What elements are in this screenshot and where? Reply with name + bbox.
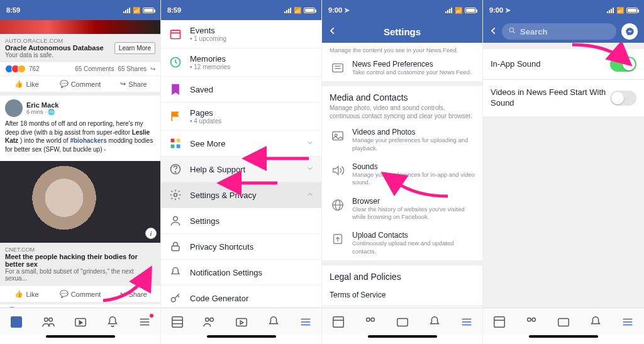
comment-button-2[interactable]: 💬Comment bbox=[53, 286, 107, 302]
back-button[interactable] bbox=[489, 26, 502, 37]
post-image[interactable]: i bbox=[0, 161, 160, 243]
svg-rect-31 bbox=[236, 318, 247, 326]
menu-item-saved[interactable]: Saved bbox=[161, 76, 321, 102]
back-button[interactable] bbox=[328, 26, 341, 37]
settings-item-browser[interactable]: BrowserClear the history of websites you… bbox=[322, 192, 482, 226]
tab-notifications[interactable] bbox=[427, 314, 442, 330]
menu-item-pages[interactable]: Pages• 4 updates bbox=[161, 102, 321, 130]
tab-notifications[interactable] bbox=[266, 314, 281, 330]
next-post-header: Corey Herscu bbox=[0, 304, 160, 308]
menu-item-see-more[interactable]: See More bbox=[161, 130, 321, 156]
action-row: 👍Like 💬Comment ↪Share bbox=[0, 75, 160, 96]
share-arrow-icon: ↪ bbox=[150, 65, 155, 72]
tab-menu[interactable] bbox=[459, 314, 474, 330]
feed-content: AUTO.ORACLE.COM Oracle Autonomous Databa… bbox=[0, 20, 160, 308]
toggle-switch[interactable] bbox=[610, 91, 636, 106]
status-bar: 9:00 ➤ 📶 bbox=[322, 0, 482, 20]
settings-content: Manage the content you see in your News … bbox=[322, 43, 482, 308]
settings-item-sounds[interactable]: SoundsManage your preferences for in-app… bbox=[322, 157, 482, 192]
post-author[interactable]: Eric Mack bbox=[26, 101, 58, 109]
page-title: Settings bbox=[341, 26, 464, 37]
menu-item-events[interactable]: Events• 1 upcoming bbox=[161, 20, 321, 48]
toggle-video-sound[interactable]: Videos in News Feed Start With Sound bbox=[483, 80, 644, 116]
like-button[interactable]: 👍Like bbox=[0, 76, 53, 92]
svg-point-47 bbox=[370, 318, 374, 321]
svg-rect-44 bbox=[333, 316, 343, 327]
notification-dot-icon bbox=[150, 314, 153, 318]
tab-menu[interactable] bbox=[298, 314, 313, 330]
avatar[interactable] bbox=[5, 307, 19, 308]
tab-feed[interactable] bbox=[492, 314, 507, 330]
bell-icon bbox=[169, 265, 182, 279]
svg-rect-26 bbox=[172, 316, 182, 327]
toggle-switch[interactable] bbox=[610, 57, 636, 72]
settings-item-data-policy[interactable]: Data Policy bbox=[322, 306, 482, 308]
ad-card[interactable]: AUTO.ORACLE.COM Oracle Autonomous Databa… bbox=[0, 34, 160, 62]
avatar[interactable] bbox=[5, 99, 23, 117]
tab-feed[interactable] bbox=[9, 314, 24, 330]
tab-friends[interactable] bbox=[41, 314, 56, 330]
info-icon[interactable]: i bbox=[145, 228, 157, 239]
tab-watch[interactable] bbox=[556, 314, 571, 330]
calendar-icon bbox=[169, 27, 182, 41]
svg-rect-13 bbox=[177, 139, 180, 143]
bookmark-icon bbox=[169, 82, 182, 96]
reaction-count: 762 bbox=[29, 65, 40, 72]
shares-count[interactable]: 65 Shares bbox=[118, 65, 147, 72]
tab-friends[interactable] bbox=[202, 314, 217, 330]
menu-item-code-generator[interactable]: Code Generator bbox=[161, 285, 321, 308]
tab-watch[interactable] bbox=[234, 314, 249, 330]
wifi-icon: 📶 bbox=[133, 7, 140, 14]
status-time: 8:59 bbox=[6, 6, 123, 14]
post-meta: 6 mins · 🌐 bbox=[26, 109, 58, 115]
messenger-button[interactable] bbox=[621, 23, 638, 40]
toggle-in-app-sound[interactable]: In-App Sound bbox=[483, 49, 644, 79]
link-card[interactable]: CNET.COM Meet the people hacking their b… bbox=[0, 243, 160, 286]
search-input[interactable]: Search bbox=[502, 23, 616, 40]
battery-icon bbox=[304, 8, 315, 13]
share-button[interactable]: ↪Share bbox=[107, 76, 160, 92]
tab-watch[interactable] bbox=[395, 314, 410, 330]
screen-settings: 9:00 ➤ 📶 Settings Manage the content you… bbox=[322, 0, 483, 344]
status-icons: 📶 bbox=[123, 7, 154, 14]
tab-notifications[interactable] bbox=[588, 314, 603, 330]
settings-item-news-feed-prefs[interactable]: News Feed PreferencesTake control and cu… bbox=[322, 55, 482, 81]
menu-item-settings-privacy[interactable]: Settings & Privacy bbox=[161, 182, 321, 208]
settings-item-videos-photos[interactable]: Videos and PhotosManage your preferences… bbox=[322, 123, 482, 157]
like-button-2[interactable]: 👍Like bbox=[0, 286, 53, 302]
status-time: 9:00 ➤ bbox=[489, 6, 607, 14]
tab-watch[interactable] bbox=[73, 314, 88, 330]
tab-menu[interactable] bbox=[137, 314, 152, 330]
menu-item-help[interactable]: Help & Support bbox=[161, 156, 321, 182]
tab-friends[interactable] bbox=[363, 314, 378, 330]
signal-icon bbox=[123, 8, 130, 13]
settings-item-upload-contacts[interactable]: Upload ContactsContinuously upload new a… bbox=[322, 226, 482, 260]
svg-rect-20 bbox=[172, 246, 179, 251]
menu-item-settings[interactable]: Settings bbox=[161, 208, 321, 233]
menu-item-notification-settings[interactable]: Notification Settings bbox=[161, 259, 321, 285]
post-body: After 18 months of off and on reporting,… bbox=[5, 119, 155, 153]
comments-count[interactable]: 65 Comments bbox=[75, 65, 114, 72]
svg-rect-12 bbox=[171, 139, 175, 143]
learn-more-button[interactable]: Learn More bbox=[114, 42, 155, 54]
share-button-2[interactable]: ↪Share bbox=[107, 286, 160, 302]
svg-rect-48 bbox=[397, 318, 408, 326]
comment-button[interactable]: 💬Comment bbox=[53, 76, 107, 92]
tab-notifications[interactable] bbox=[105, 314, 120, 330]
upload-icon bbox=[330, 231, 346, 247]
svg-rect-54 bbox=[494, 316, 504, 327]
tab-friends[interactable] bbox=[524, 314, 539, 330]
comment-icon: 💬 bbox=[60, 80, 69, 88]
tab-menu[interactable] bbox=[620, 314, 635, 330]
menu-item-privacy-shortcuts[interactable]: Privacy Shortcuts bbox=[161, 233, 321, 259]
home-indicator bbox=[0, 335, 160, 344]
menu-item-memories[interactable]: Memories• 12 memories bbox=[161, 48, 321, 76]
home-indicator bbox=[161, 335, 321, 344]
home-indicator bbox=[322, 335, 482, 344]
gear-icon bbox=[169, 188, 182, 202]
settings-item-tos[interactable]: Terms of Service bbox=[322, 284, 482, 306]
signal-icon bbox=[607, 8, 614, 13]
link-site: CNET.COM bbox=[5, 247, 155, 253]
tab-feed[interactable] bbox=[170, 314, 185, 330]
tab-feed[interactable] bbox=[331, 314, 346, 330]
